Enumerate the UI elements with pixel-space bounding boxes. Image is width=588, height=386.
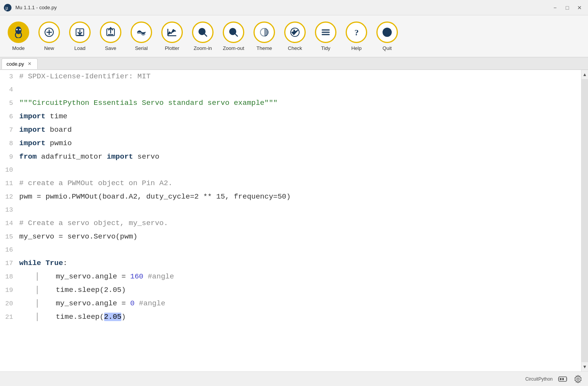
- load-icon: [69, 22, 91, 43]
- plotter-icon: [161, 22, 183, 43]
- circuit-icon[interactable]: [557, 374, 568, 384]
- zoom-out-icon: [223, 22, 244, 43]
- code-line-13: 13: [0, 204, 581, 217]
- svg-point-37: [577, 378, 579, 380]
- quit-icon: [376, 22, 398, 43]
- tab-bar: code.py ✕: [0, 58, 588, 70]
- tab-filename: code.py: [7, 61, 24, 67]
- scroll-down-button[interactable]: ▼: [581, 362, 588, 371]
- code-line-9: 9 from adafruit_motor import servo: [0, 150, 581, 164]
- code-editor[interactable]: 3 # SPDX-License-Identifier: MIT 4 5 """…: [0, 70, 581, 371]
- plotter-button[interactable]: Plotter: [157, 17, 187, 55]
- check-icon: [284, 22, 306, 43]
- mode-label: Mode: [12, 45, 25, 51]
- tidy-button[interactable]: Tidy: [310, 17, 341, 55]
- serial-icon: [131, 22, 152, 43]
- tab-close-button[interactable]: ✕: [27, 61, 33, 67]
- zoom-out-svg: [228, 27, 239, 38]
- zoom-in-icon: [192, 22, 214, 43]
- title-bar: μ Mu 1.1.1 - code.py − □ ✕: [0, 0, 588, 15]
- serial-button[interactable]: Serial: [126, 17, 157, 55]
- svg-text:μ: μ: [5, 5, 8, 11]
- status-bar: CircuitPython: [0, 371, 588, 386]
- mode-svg: [13, 27, 24, 38]
- minimize-button[interactable]: −: [550, 3, 560, 12]
- scrollbar[interactable]: ▲ ▼: [581, 70, 588, 371]
- svg-text:?: ?: [354, 28, 359, 37]
- svg-point-5: [19, 29, 21, 30]
- code-line-11: 11 # create a PWMOut object on Pin A2.: [0, 177, 581, 190]
- new-label: New: [44, 45, 54, 51]
- code-line-15: 15 my_servo = servo.Servo(pwm): [0, 230, 581, 244]
- check-svg: [289, 27, 301, 38]
- code-line-21: 21 time.sleep(2.05): [0, 310, 581, 324]
- svg-rect-32: [562, 378, 564, 380]
- code-line-4: 4: [0, 83, 581, 96]
- maximize-button[interactable]: □: [562, 3, 573, 12]
- code-line-3: 3 # SPDX-License-Identifier: MIT: [0, 70, 581, 83]
- tidy-icon: [315, 22, 336, 43]
- tidy-label: Tidy: [321, 45, 330, 51]
- code-line-7: 7 import board: [0, 123, 581, 137]
- window-controls: − □ ✕: [550, 3, 585, 12]
- code-line-5: 5 """CircuitPython Essentials Servo stan…: [0, 96, 581, 110]
- help-svg: ?: [351, 27, 362, 38]
- code-line-6: 6 import time: [0, 110, 581, 123]
- plotter-svg: [166, 27, 178, 38]
- help-button[interactable]: ? Help: [341, 17, 372, 55]
- save-button[interactable]: Save: [95, 17, 126, 55]
- settings-svg: [573, 374, 583, 384]
- code-lines: 3 # SPDX-License-Identifier: MIT 4 5 """…: [0, 70, 581, 371]
- check-label: Check: [288, 45, 302, 51]
- code-line-17: 17 while True:: [0, 257, 581, 270]
- circuit-svg: [558, 374, 567, 384]
- zoom-in-svg: [197, 27, 209, 38]
- scroll-track: [581, 79, 588, 362]
- code-line-10: 10: [0, 164, 581, 177]
- mode-icon: [8, 22, 29, 43]
- tidy-svg: [320, 27, 331, 38]
- editor-container: 3 # SPDX-License-Identifier: MIT 4 5 """…: [0, 70, 588, 371]
- help-icon: ?: [346, 22, 367, 43]
- check-button[interactable]: Check: [280, 17, 310, 55]
- quit-button[interactable]: Quit: [372, 17, 402, 55]
- save-label: Save: [105, 45, 116, 51]
- mode-button[interactable]: Mode: [3, 17, 34, 55]
- zoom-out-label: Zoom-out: [223, 45, 244, 51]
- zoom-in-button[interactable]: Zoom-in: [187, 17, 218, 55]
- settings-button[interactable]: [573, 374, 583, 384]
- svg-point-4: [16, 29, 18, 30]
- code-line-16: 16: [0, 244, 581, 257]
- scroll-up-button[interactable]: ▲: [581, 70, 588, 79]
- save-icon: [100, 22, 121, 43]
- load-label: Load: [75, 45, 86, 51]
- zoom-out-button[interactable]: Zoom-out: [218, 17, 249, 55]
- toolbar: Mode New Load: [0, 15, 588, 58]
- new-button[interactable]: New: [34, 17, 65, 55]
- window-title: Mu 1.1.1 - code.py: [15, 5, 57, 10]
- quit-label: Quit: [383, 45, 392, 51]
- theme-label: Theme: [257, 45, 272, 51]
- plotter-label: Plotter: [165, 45, 179, 51]
- code-tab[interactable]: code.py ✕: [2, 58, 38, 69]
- serial-svg: [136, 27, 147, 38]
- code-line-14: 14 # Create a servo object, my_servo.: [0, 217, 581, 230]
- theme-icon: [253, 22, 275, 43]
- code-line-18: 18 my_servo.angle = 160 #angle: [0, 270, 581, 283]
- new-svg: [43, 27, 55, 38]
- svg-line-23: [235, 34, 238, 36]
- close-button[interactable]: ✕: [574, 3, 585, 12]
- code-line-20: 20 my_servo.angle = 0 #angle: [0, 297, 581, 310]
- quit-svg: [381, 27, 393, 38]
- help-label: Help: [351, 45, 362, 51]
- new-icon: [38, 22, 60, 43]
- code-line-19: 19 time.sleep(2.05): [0, 283, 581, 297]
- code-line-12: 12 pwm = pwmio.PWMOut(board.A2, duty_cyc…: [0, 190, 581, 204]
- save-svg: [105, 27, 116, 38]
- theme-button[interactable]: Theme: [249, 17, 280, 55]
- load-svg: [74, 27, 86, 38]
- code-line-8: 8 import pwmio: [0, 137, 581, 150]
- serial-label: Serial: [135, 45, 147, 51]
- load-button[interactable]: Load: [65, 17, 95, 55]
- svg-line-18: [204, 34, 207, 36]
